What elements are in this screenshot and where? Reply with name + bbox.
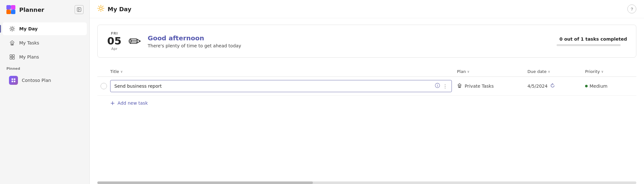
sidebar: Planner (0, 0, 90, 184)
main-content: FRI 05 Apr ✏️ Good afternoon There's ple… (90, 18, 644, 180)
grid-icon (9, 54, 15, 60)
collapse-sidebar-button[interactable] (75, 5, 84, 14)
date-day-number: 05 (107, 36, 122, 47)
svg-point-7 (11, 28, 13, 30)
task-priority-value: Medium (590, 84, 607, 89)
svg-line-32 (102, 10, 103, 11)
duedate-sort-chevron-icon: ∨ (548, 70, 550, 73)
page-title: My Day (97, 5, 131, 13)
task-complete-checkbox[interactable] (101, 83, 107, 89)
progress-bar-background (557, 44, 621, 46)
my-plans-label: My Plans (19, 54, 39, 60)
svg-line-12 (10, 27, 11, 28)
tasks-count-label: 0 out of 1 tasks completed (557, 36, 627, 42)
task-title-box[interactable]: Send business report ⋮ (110, 80, 452, 92)
plan-home-icon (457, 83, 462, 89)
help-button[interactable]: ? (627, 4, 636, 13)
task-checkbox-cell (97, 83, 110, 89)
my-day-label: My Day (19, 26, 38, 31)
greeting-emoji: ✏️ (128, 34, 141, 49)
svg-line-15 (10, 30, 11, 31)
app-logo: Planner (6, 4, 44, 15)
sidebar-item-contoso-plan[interactable]: Contoso Plan (3, 73, 87, 88)
svg-line-34 (99, 10, 99, 11)
svg-rect-18 (10, 55, 12, 57)
recurrence-icon (550, 83, 555, 89)
svg-rect-24 (12, 81, 13, 82)
sidebar-item-my-tasks[interactable]: My Tasks (3, 36, 87, 49)
svg-rect-20 (10, 57, 12, 59)
svg-rect-5 (77, 8, 81, 12)
priority-column-header[interactable]: Priority ∨ (585, 69, 636, 74)
date-month: Apr (107, 47, 122, 51)
svg-rect-19 (12, 55, 14, 57)
planner-logo-icon (6, 4, 16, 15)
app-name: Planner (19, 6, 44, 13)
sidebar-nav: My Day My Tasks My Plans (0, 19, 89, 184)
priority-dot-icon (585, 85, 588, 87)
greeting-card: FRI 05 Apr ✏️ Good afternoon There's ple… (97, 25, 636, 58)
table-row: Send business report ⋮ (97, 77, 636, 96)
pinned-section-label: Pinned (0, 64, 89, 72)
tasks-progress: 0 out of 1 tasks completed (557, 36, 627, 46)
greeting-title: Good afternoon (148, 34, 550, 42)
svg-line-14 (13, 27, 14, 28)
contoso-plan-icon (9, 76, 18, 85)
plan-column-header[interactable]: Plan ∨ (457, 69, 527, 74)
plan-col-header: Plan ∨ (457, 69, 527, 74)
greeting-text: Good afternoon There's plenty of time to… (148, 34, 550, 48)
contoso-plan-label: Contoso Plan (22, 78, 51, 83)
task-due-date: 4/5/2024 (527, 84, 548, 89)
task-duedate-cell: 4/5/2024 (527, 83, 585, 89)
title-col-header: Title ∨ (110, 69, 457, 74)
svg-line-31 (99, 6, 99, 6)
svg-rect-25 (14, 81, 15, 82)
main-content-area: My Day ? FRI 05 Apr ✏️ Good afternoon Th… (90, 0, 644, 184)
task-title-cell: Send business report ⋮ (110, 80, 457, 92)
task-plan-cell: Private Tasks (457, 83, 527, 89)
add-task-label: Add new task (118, 100, 148, 106)
svg-line-33 (102, 6, 103, 6)
scrollbar-area (90, 181, 644, 184)
table-header: Title ∨ Plan ∨ Due date ∨ (97, 67, 636, 77)
header-sun-icon (97, 5, 104, 13)
sidebar-item-my-plans[interactable]: My Plans (3, 51, 87, 63)
svg-rect-17 (12, 44, 13, 45)
duedate-column-header[interactable]: Due date ∨ (527, 69, 585, 74)
svg-point-37 (437, 84, 437, 84)
task-plan-name: Private Tasks (465, 84, 494, 89)
task-info-icon[interactable] (435, 83, 440, 89)
scrollbar-track[interactable] (97, 181, 636, 184)
main-header: My Day ? (90, 0, 644, 18)
svg-rect-39 (459, 86, 460, 88)
task-priority-cell: Medium (585, 84, 636, 89)
duedate-col-header: Due date ∨ (527, 69, 585, 74)
scrollbar-thumb[interactable] (97, 181, 313, 184)
date-block: FRI 05 Apr (107, 31, 122, 51)
svg-rect-21 (12, 57, 14, 59)
add-task-icon: + (110, 100, 115, 106)
title-column-header[interactable]: Title ∨ (110, 69, 457, 74)
svg-line-13 (13, 30, 14, 31)
task-title-text: Send business report (114, 84, 432, 89)
collapse-icon (77, 7, 81, 12)
task-table: Title ∨ Plan ∨ Due date ∨ (97, 67, 636, 110)
svg-point-26 (100, 7, 102, 10)
svg-rect-22 (12, 78, 13, 80)
my-tasks-label: My Tasks (19, 40, 39, 45)
plan-sort-chevron-icon: ∨ (467, 70, 469, 73)
sidebar-item-my-day[interactable]: My Day (3, 22, 87, 35)
sun-icon (9, 26, 15, 32)
home-icon (9, 40, 15, 46)
add-task-row[interactable]: + Add new task (97, 96, 636, 110)
greeting-subtitle: There's plenty of time to get ahead toda… (148, 43, 550, 48)
sidebar-header: Planner (0, 0, 89, 19)
task-more-options-icon[interactable]: ⋮ (443, 83, 448, 89)
priority-col-header: Priority ∨ (585, 69, 636, 74)
svg-rect-23 (14, 78, 15, 80)
priority-sort-chevron-icon: ∨ (601, 70, 603, 73)
title-sort-chevron-icon: ∨ (120, 70, 123, 73)
